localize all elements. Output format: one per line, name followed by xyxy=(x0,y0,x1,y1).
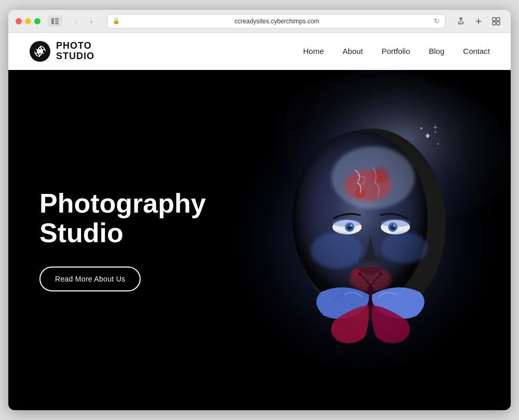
hero-section: Photography Studio Read More About Us xyxy=(8,70,511,410)
svg-rect-3 xyxy=(55,23,59,24)
nav-portfolio[interactable]: Portfolio xyxy=(381,47,410,55)
logo-line1: PHOTO xyxy=(56,41,94,51)
new-tab-button[interactable] xyxy=(471,16,486,27)
logo-line2: STUDIO xyxy=(56,51,94,62)
sidebar-toggle-button[interactable] xyxy=(48,16,62,27)
hero-cta-button[interactable]: Read More About Us xyxy=(39,267,141,291)
browser-titlebar: ‹ › 🔒 ccreadysites.cyberchimps.com ↻ xyxy=(8,10,511,33)
logo-icon xyxy=(29,40,51,62)
svg-rect-2 xyxy=(55,20,59,22)
logo: PHOTO STUDIO xyxy=(29,40,94,62)
maximize-button[interactable] xyxy=(34,18,40,24)
url-text: ccreadysites.cyberchimps.com xyxy=(123,18,431,25)
tabs-button[interactable] xyxy=(489,16,503,27)
nav-about[interactable]: About xyxy=(343,47,363,55)
reload-button[interactable]: ↻ xyxy=(434,17,440,25)
minimize-button[interactable] xyxy=(25,18,31,24)
svg-rect-0 xyxy=(51,18,54,24)
window-controls xyxy=(48,16,62,27)
site-header: PHOTO STUDIO Home About Portfolio Blog C… xyxy=(8,33,511,70)
website-content: PHOTO STUDIO Home About Portfolio Blog C… xyxy=(8,33,511,410)
traffic-lights xyxy=(16,18,40,24)
browser-actions xyxy=(454,16,503,27)
hero-artwork xyxy=(220,70,511,410)
nav-buttons: ‹ › xyxy=(69,16,99,27)
close-button[interactable] xyxy=(16,18,22,24)
hero-title-line2: Studio xyxy=(39,218,124,248)
hero-image xyxy=(220,70,511,410)
svg-rect-7 xyxy=(497,22,500,25)
site-nav: Home About Portfolio Blog Contact xyxy=(303,47,490,55)
nav-home[interactable]: Home xyxy=(303,47,324,55)
browser-window: ‹ › 🔒 ccreadysites.cyberchimps.com ↻ xyxy=(8,10,511,410)
svg-rect-1 xyxy=(55,18,59,20)
hero-content: Photography Studio Read More About Us xyxy=(8,189,237,291)
nav-contact[interactable]: Contact xyxy=(463,47,490,55)
svg-rect-4 xyxy=(493,18,496,21)
share-button[interactable] xyxy=(454,16,468,27)
hero-title-line1: Photography xyxy=(39,188,206,218)
back-button[interactable]: ‹ xyxy=(69,16,83,27)
lock-icon: 🔒 xyxy=(113,18,120,24)
svg-rect-5 xyxy=(497,18,500,21)
svg-point-10 xyxy=(38,49,42,53)
hero-title: Photography Studio xyxy=(39,189,206,248)
logo-text: PHOTO STUDIO xyxy=(56,41,94,62)
svg-rect-6 xyxy=(493,22,496,25)
address-bar[interactable]: 🔒 ccreadysites.cyberchimps.com ↻ xyxy=(107,14,445,29)
svg-rect-42 xyxy=(220,74,511,407)
forward-button[interactable]: › xyxy=(84,16,99,27)
nav-blog[interactable]: Blog xyxy=(429,47,444,55)
